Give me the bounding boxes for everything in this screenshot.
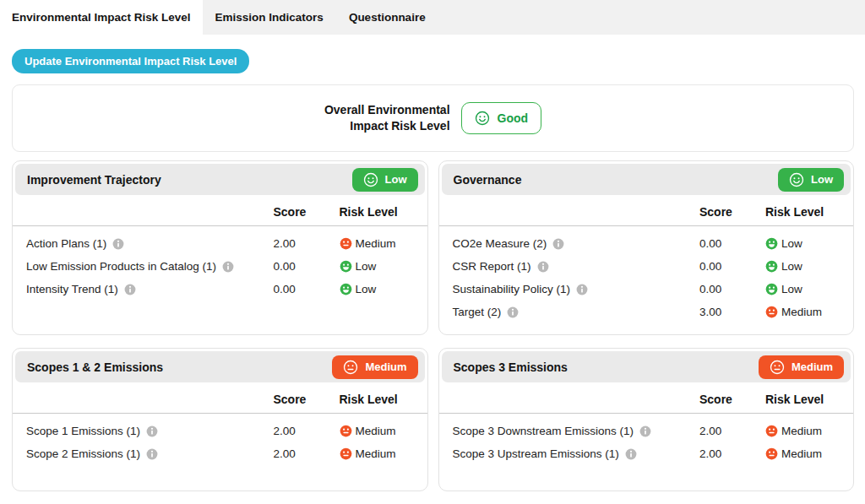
card-header: Governance Low <box>442 164 851 195</box>
indicator-rows: Action Plans (1) 2.00 Medium Low Emissio… <box>13 226 427 301</box>
indicator-label-text: Intensity Trend (1) <box>26 283 118 295</box>
info-icon[interactable] <box>537 261 549 273</box>
toolbar: Update Environmental Impact Risk Level <box>12 49 853 73</box>
update-risk-level-button[interactable]: Update Environmental Impact Risk Level <box>12 49 249 73</box>
info-icon[interactable] <box>625 448 637 460</box>
smiley-outline-icon <box>363 172 378 187</box>
info-icon[interactable] <box>576 284 588 295</box>
neutral-outline-icon <box>770 360 785 375</box>
indicator-risk-label: Medium <box>781 306 822 318</box>
indicator-score: 2.00 <box>274 425 340 437</box>
indicator-risk-label: Low <box>781 260 802 273</box>
indicator-label: Sustainability Policy (1) <box>453 283 700 295</box>
indicator-risk-level: Medium <box>340 237 414 250</box>
smiley-outline-icon <box>789 172 804 187</box>
risk-level-column-header: Risk Level <box>765 393 840 406</box>
neutral-face-icon <box>340 447 352 460</box>
overall-risk-badge-label: Good <box>498 111 529 125</box>
smiley-face-icon <box>765 237 778 250</box>
indicator-risk-level: Medium <box>765 306 840 318</box>
indicator-risk-label: Low <box>356 283 377 295</box>
neutral-face-icon <box>340 237 352 250</box>
overall-risk-panel: Overall Environmental Impact Risk Level … <box>12 84 854 152</box>
risk-level-badge-label: Low <box>385 173 407 186</box>
card-scopes-3-emissions: Scopes 3 Emissions Medium Score Risk Lev… <box>438 348 855 491</box>
indicator-label: Scope 3 Upstream Emissions (1) <box>453 447 700 460</box>
card-header: Scopes 1 & 2 Emissions Medium <box>15 351 425 382</box>
indicator-label: Scope 1 Emissions (1) <box>26 425 274 437</box>
smiley-face-icon <box>340 260 352 273</box>
indicator-score: 2.00 <box>699 447 765 460</box>
column-headers: Score Risk Level <box>13 385 427 414</box>
column-headers: Score Risk Level <box>439 198 854 226</box>
indicator-risk-level: Low <box>765 283 840 295</box>
smiley-face-icon <box>765 283 778 295</box>
risk-level-column-header: Risk Level <box>340 205 414 219</box>
neutral-face-icon <box>340 425 352 437</box>
column-headers: Score Risk Level <box>13 198 427 226</box>
indicator-rows: CO2e Measure (2) 0.00 Low CSR Report (1)… <box>439 226 854 323</box>
indicator-label-text: Scope 2 Emissions (1) <box>26 447 140 460</box>
risk-level-column-header: Risk Level <box>340 393 414 406</box>
indicator-score: 2.00 <box>699 425 765 437</box>
indicator-score: 2.00 <box>274 447 340 460</box>
indicator-risk-label: Low <box>356 260 377 273</box>
info-icon[interactable] <box>552 238 564 250</box>
tab-emission-indicators[interactable]: Emission Indicators <box>203 0 336 35</box>
indicator-label: CSR Report (1) <box>453 260 700 273</box>
overall-risk-label: Overall Environmental Impact Risk Level <box>324 102 450 134</box>
tab-environmental-impact-risk-level[interactable]: Environmental Impact Risk Level <box>0 0 203 35</box>
indicator-label-text: CSR Report (1) <box>453 260 531 273</box>
neutral-face-icon <box>765 447 778 460</box>
info-icon[interactable] <box>112 238 124 250</box>
info-icon[interactable] <box>222 261 234 273</box>
indicator-risk-level: Medium <box>765 425 840 437</box>
info-icon[interactable] <box>146 425 158 437</box>
risk-level-column-header: Risk Level <box>765 205 840 219</box>
indicator-risk-level: Low <box>340 283 414 295</box>
info-icon[interactable] <box>639 425 651 437</box>
overall-risk-label-line2: Impact Risk Level <box>324 118 450 134</box>
indicator-risk-label: Medium <box>356 425 396 437</box>
indicator-row-low-emission-products-in-catalog-1: Low Emission Products in Catalog (1) 0.0… <box>13 255 427 278</box>
card-title: Scopes 3 Emissions <box>454 360 568 374</box>
indicator-score: 0.00 <box>699 260 765 273</box>
tab-questionnaire[interactable]: Questionnaire <box>336 0 438 35</box>
indicator-rows: Scope 1 Emissions (1) 2.00 Medium Scope … <box>13 414 427 465</box>
risk-level-badge-medium: Medium <box>332 355 417 379</box>
indicator-label: Scope 2 Emissions (1) <box>26 447 274 460</box>
indicator-label-text: Scope 3 Upstream Emissions (1) <box>453 447 619 460</box>
indicator-label-text: Action Plans (1) <box>26 237 106 250</box>
indicator-label: Low Emission Products in Catalog (1) <box>26 260 274 273</box>
info-icon[interactable] <box>124 284 136 295</box>
indicator-label: Action Plans (1) <box>26 237 274 250</box>
indicator-label-text: Sustainability Policy (1) <box>453 283 571 295</box>
risk-level-badge-label: Medium <box>365 360 406 373</box>
indicator-risk-label: Low <box>781 237 802 250</box>
info-icon[interactable] <box>146 448 158 460</box>
indicator-row-action-plans-1: Action Plans (1) 2.00 Medium <box>13 232 427 255</box>
indicator-label: CO2e Measure (2) <box>453 237 700 250</box>
indicator-risk-level: Low <box>765 260 840 273</box>
neutral-outline-icon <box>343 360 358 375</box>
indicator-risk-label: Medium <box>356 447 396 460</box>
indicator-row-csr-report-1: CSR Report (1) 0.00 Low <box>439 255 854 278</box>
risk-cards-grid: Improvement Trajectory Low Score Risk Le… <box>12 160 854 491</box>
card-title: Improvement Trajectory <box>27 173 161 187</box>
column-headers: Score Risk Level <box>439 385 854 414</box>
card-improvement-trajectory: Improvement Trajectory Low Score Risk Le… <box>12 160 428 335</box>
info-icon[interactable] <box>507 306 519 318</box>
indicator-label: Target (2) <box>453 306 700 318</box>
card-scopes-1-2-emissions: Scopes 1 & 2 Emissions Medium Score Risk… <box>12 348 428 491</box>
indicator-score: 0.00 <box>274 283 340 295</box>
indicator-risk-level: Low <box>765 237 840 250</box>
smiley-face-icon <box>765 260 778 273</box>
smiley-face-icon <box>340 283 352 295</box>
indicator-score: 2.00 <box>274 237 340 250</box>
risk-level-badge-label: Low <box>811 173 833 186</box>
indicator-risk-label: Medium <box>781 425 822 437</box>
indicator-row-scope-3-upstream-emissions-1: Scope 3 Upstream Emissions (1) 2.00 Medi… <box>439 442 854 465</box>
card-governance: Governance Low Score Risk Level CO2e Mea… <box>438 160 855 335</box>
indicator-score: 0.00 <box>274 260 340 273</box>
neutral-face-icon <box>765 425 778 437</box>
